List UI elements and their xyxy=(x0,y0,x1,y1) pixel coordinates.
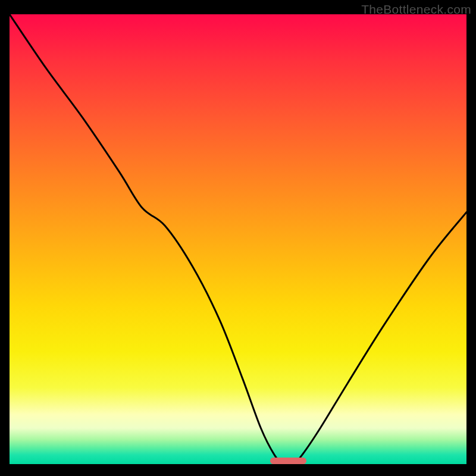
chart-frame: TheBottleneck.com xyxy=(0,0,476,476)
bottleneck-curve xyxy=(10,14,466,464)
optimal-range-marker xyxy=(270,458,306,464)
watermark-text: TheBottleneck.com xyxy=(361,2,471,17)
plot-area xyxy=(10,14,466,464)
